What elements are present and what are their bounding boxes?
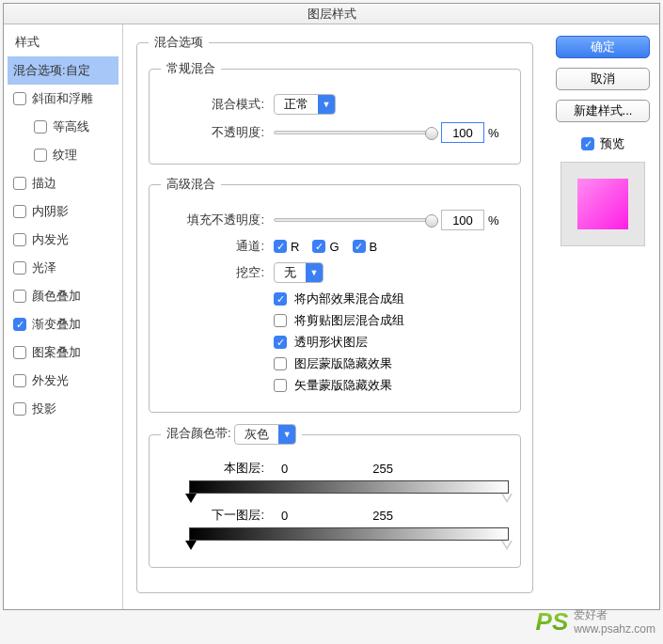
channel-r[interactable]: R xyxy=(274,240,299,254)
blend-mode-select[interactable]: 正常 ▼ xyxy=(274,94,336,115)
checkbox-icon xyxy=(13,177,26,190)
opacity-input[interactable] xyxy=(441,122,484,143)
cancel-button[interactable]: 取消 xyxy=(556,68,650,90)
sidebar-item-label: 等高线 xyxy=(53,118,89,135)
advanced-option[interactable]: 透明形状图层 xyxy=(274,334,509,351)
chevron-down-icon: ▼ xyxy=(278,425,295,444)
sidebar-item[interactable]: 描边 xyxy=(8,169,118,197)
blend-if-legend: 混合颜色带: 灰色 ▼ xyxy=(161,424,302,445)
knockout-label: 挖空: xyxy=(161,264,264,281)
slider-handle-black[interactable] xyxy=(185,494,197,503)
main-panel: 混合选项 常规混合 混合模式: 正常 ▼ 不透明度: % xyxy=(123,24,546,609)
sidebar-item[interactable]: 混合选项:自定 xyxy=(8,56,118,85)
option-label: 矢量蒙版隐藏效果 xyxy=(294,377,392,394)
sidebar-item[interactable]: 外发光 xyxy=(8,367,118,395)
sidebar-item-label: 投影 xyxy=(32,401,56,417)
preview-label: 预览 xyxy=(600,135,624,152)
chevron-down-icon: ▼ xyxy=(306,263,323,282)
watermark-url: www.psahz.com xyxy=(574,622,655,636)
slider-handle-white[interactable] xyxy=(501,494,513,503)
new-style-button[interactable]: 新建样式... xyxy=(556,100,650,122)
checkbox-icon xyxy=(13,233,26,246)
checkbox-icon xyxy=(274,240,287,253)
checkbox-icon xyxy=(274,314,287,327)
general-blending-legend: 常规混合 xyxy=(161,60,221,77)
blending-options-legend: 混合选项 xyxy=(149,34,209,51)
checkbox-icon xyxy=(34,149,47,162)
fill-opacity-label: 填充不透明度: xyxy=(161,212,264,228)
watermark: PS 爱好者 www.psahz.com xyxy=(536,607,655,636)
opacity-slider[interactable] xyxy=(274,131,434,134)
fill-opacity-slider[interactable] xyxy=(274,218,434,222)
underlying-layer-gradient[interactable] xyxy=(189,527,509,541)
slider-handle-white[interactable] xyxy=(501,541,513,550)
opacity-unit: % xyxy=(488,126,499,140)
blend-if-channel-select[interactable]: 灰色 ▼ xyxy=(234,424,296,445)
advanced-option[interactable]: 图层蒙版隐藏效果 xyxy=(274,355,509,372)
sidebar-item[interactable]: 内阴影 xyxy=(8,197,118,226)
checkbox-icon xyxy=(13,205,26,218)
sidebar-item[interactable]: 投影 xyxy=(8,395,118,423)
dialog-title: 图层样式 xyxy=(4,4,659,24)
sidebar-item[interactable]: 纹理 xyxy=(8,141,118,169)
sidebar-header: 样式 xyxy=(8,28,118,56)
preview-swatch xyxy=(577,179,628,229)
sidebar-item-label: 描边 xyxy=(32,175,56,192)
sidebar-item-label: 纹理 xyxy=(53,147,77,164)
opacity-label: 不透明度: xyxy=(161,124,264,141)
channel-g[interactable]: G xyxy=(312,240,339,254)
sidebar-item[interactable]: 颜色叠加 xyxy=(8,282,118,310)
checkbox-icon xyxy=(13,402,26,416)
sidebar-item-label: 外发光 xyxy=(32,372,69,389)
dialog-content: 样式 混合选项:自定斜面和浮雕等高线纹理描边内阴影内发光光泽颜色叠加渐变叠加图案… xyxy=(4,24,659,609)
general-blending-group: 常规混合 混合模式: 正常 ▼ 不透明度: % xyxy=(149,60,521,165)
under-low-value: 0 xyxy=(281,509,288,523)
advanced-blending-group: 高级混合 填充不透明度: % 通道: R G B 挖空: xyxy=(149,176,521,413)
sidebar-item-label: 渐变叠加 xyxy=(32,316,81,333)
advanced-option[interactable]: 将内部效果混合成组 xyxy=(274,291,509,307)
underlying-layer-label: 下一图层: xyxy=(161,507,264,524)
this-layer-gradient[interactable] xyxy=(189,480,509,494)
blend-if-group: 混合颜色带: 灰色 ▼ 本图层: 0255 xyxy=(149,424,521,568)
ok-button[interactable]: 确定 xyxy=(556,36,650,58)
layer-style-dialog: 图层样式 样式 混合选项:自定斜面和浮雕等高线纹理描边内阴影内发光光泽颜色叠加渐… xyxy=(3,3,660,610)
checkbox-icon xyxy=(312,240,325,253)
checkbox-icon xyxy=(13,374,26,387)
checkbox-icon xyxy=(13,346,26,359)
checkbox-icon xyxy=(13,318,26,331)
sidebar-item[interactable]: 等高线 xyxy=(8,113,118,141)
option-label: 将剪贴图层混合成组 xyxy=(294,312,404,329)
watermark-brand: PS xyxy=(536,607,569,636)
slider-thumb[interactable] xyxy=(425,214,438,228)
option-label: 透明形状图层 xyxy=(294,334,368,351)
sidebar-item[interactable]: 渐变叠加 xyxy=(8,310,118,338)
channel-b[interactable]: B xyxy=(353,240,378,254)
advanced-option[interactable]: 矢量蒙版隐藏效果 xyxy=(274,377,509,394)
sidebar-item-label: 内发光 xyxy=(32,231,69,248)
sidebar-item-label: 混合选项:自定 xyxy=(13,62,90,79)
sidebar-item-label: 斜面和浮雕 xyxy=(32,90,93,107)
this-low-value: 0 xyxy=(281,462,288,476)
sidebar-item-label: 光泽 xyxy=(32,259,56,276)
checkbox-icon xyxy=(274,292,287,306)
sidebar-item-label: 图案叠加 xyxy=(32,344,81,361)
styles-sidebar: 样式 混合选项:自定斜面和浮雕等高线纹理描边内阴影内发光光泽颜色叠加渐变叠加图案… xyxy=(4,24,123,609)
watermark-cn: 爱好者 xyxy=(574,608,608,621)
slider-handle-black[interactable] xyxy=(185,541,197,550)
sidebar-item[interactable]: 图案叠加 xyxy=(8,338,118,367)
sidebar-item[interactable]: 内发光 xyxy=(8,226,118,254)
preview-box xyxy=(560,162,645,246)
sidebar-item[interactable]: 斜面和浮雕 xyxy=(8,85,118,113)
slider-thumb[interactable] xyxy=(425,127,438,140)
channels-label: 通道: xyxy=(161,238,264,255)
fill-opacity-input[interactable] xyxy=(441,210,484,230)
knockout-select[interactable]: 无 ▼ xyxy=(274,262,324,283)
under-high-value: 255 xyxy=(372,509,393,523)
sidebar-item[interactable]: 光泽 xyxy=(8,254,118,282)
checkbox-icon xyxy=(274,357,287,370)
checkbox-icon xyxy=(353,240,366,253)
advanced-option[interactable]: 将剪贴图层混合成组 xyxy=(274,312,509,329)
this-high-value: 255 xyxy=(372,462,393,476)
checkbox-icon xyxy=(13,290,26,303)
preview-checkbox[interactable]: 预览 xyxy=(581,135,624,152)
